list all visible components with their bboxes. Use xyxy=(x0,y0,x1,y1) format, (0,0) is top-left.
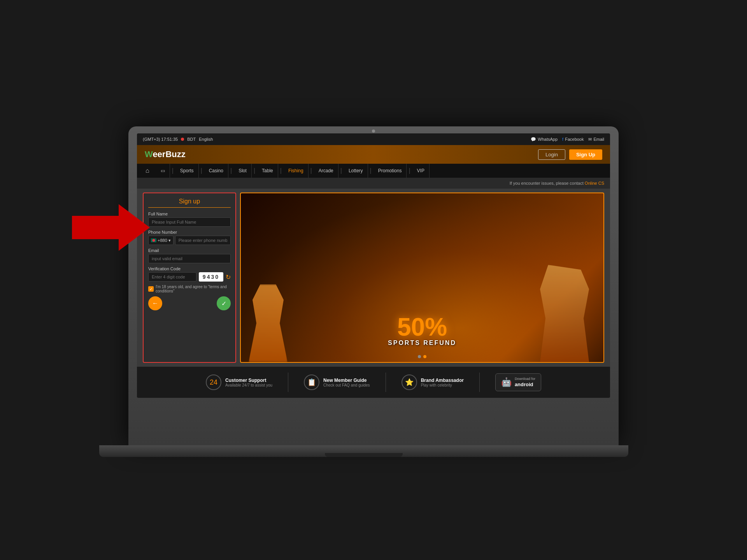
support-icon: 24 xyxy=(206,374,221,390)
facebook-link[interactable]: f Facebook xyxy=(562,137,584,142)
notice-text: If you encounter issues, please contact xyxy=(510,181,584,186)
full-name-group: Full Name xyxy=(148,212,231,227)
email-label: Email xyxy=(148,248,231,253)
site-header: WeerBuzz Login Sign Up xyxy=(137,145,610,164)
nav-promotions[interactable]: Promotions xyxy=(374,164,407,178)
terms-checkbox[interactable]: ✓ xyxy=(148,286,154,292)
browser-currency: BDT xyxy=(187,137,196,142)
back-button[interactable]: ← xyxy=(148,296,162,310)
footer-sep-1 xyxy=(288,373,288,392)
nav-home[interactable]: ⌂ xyxy=(141,164,154,178)
header-auth-buttons: Login Sign Up xyxy=(538,149,602,160)
guide-title: New Member Guide xyxy=(323,378,370,383)
browser-top-bar: (GMT+3) 17:51:35 BDT English 💬 WhatsApp … xyxy=(137,133,610,145)
signup-button[interactable]: Sign Up xyxy=(569,149,602,160)
nav-lottery[interactable]: Lottery xyxy=(344,164,368,178)
support-title: Customer Support xyxy=(225,378,272,383)
phone-code: +880 xyxy=(158,238,167,243)
next-button[interactable]: ✓ xyxy=(217,296,231,310)
email-input[interactable] xyxy=(148,254,231,263)
captcha-display: 9430 xyxy=(199,272,223,282)
footer-ambassador-text: Brand Ambassador Play with celebrity xyxy=(421,378,464,387)
phone-group: Phone Number +880 ▾ xyxy=(148,230,231,245)
laptop-base xyxy=(99,445,628,457)
notice-bar: If you encounter issues, please contact … xyxy=(137,178,610,189)
nav-vip[interactable]: VIP xyxy=(412,164,430,178)
live-indicator xyxy=(181,138,184,141)
guide-desc: Check out FAQ and guides xyxy=(323,383,370,387)
verification-group: Verification Code 9430 ↻ xyxy=(148,266,231,282)
laptop-screen-bezel: (GMT+3) 17:51:35 BDT English 💬 WhatsApp … xyxy=(128,126,619,445)
nav-screen[interactable]: ▭ xyxy=(156,164,170,178)
phone-input[interactable] xyxy=(175,236,231,245)
browser-language: English xyxy=(199,137,213,142)
footer-guide: 📋 New Member Guide Check out FAQ and gui… xyxy=(304,374,370,390)
logo-name: eerBuzz xyxy=(153,149,185,159)
ambassador-desc: Play with celebrity xyxy=(421,383,464,387)
notice-link[interactable]: Online CS xyxy=(585,181,604,186)
bd-flag xyxy=(151,238,156,242)
banner-subtitle: SPORTS REFUND xyxy=(388,340,456,346)
chevron-down-icon: ▾ xyxy=(168,238,171,243)
whatsapp-link[interactable]: 💬 WhatsApp xyxy=(531,137,558,142)
full-name-label: Full Name xyxy=(148,212,231,216)
download-large: android xyxy=(515,382,533,387)
form-buttons: ← ✓ xyxy=(148,296,231,310)
email-icon: ✉ xyxy=(588,137,592,142)
terms-row: ✓ I'm 18 years old, and agree to "terms … xyxy=(148,285,231,293)
site-footer: 24 Customer Support Available 24/7 to as… xyxy=(137,367,610,398)
footer-sep-2 xyxy=(386,373,386,392)
nav-sports[interactable]: Sports xyxy=(175,164,199,178)
signup-form: Sign up Full Name Phone Number +880 ▾ xyxy=(143,192,236,363)
banner-dots xyxy=(418,355,426,358)
verification-row: 9430 ↻ xyxy=(148,272,231,282)
footer-support: 24 Customer Support Available 24/7 to as… xyxy=(206,374,272,390)
support-desc: Available 24/7 to assist you xyxy=(225,383,272,387)
signup-title: Sign up xyxy=(148,198,231,208)
android-download-button[interactable]: 🤖 Download for android xyxy=(495,373,541,391)
phone-label: Phone Number xyxy=(148,230,231,234)
nav-table[interactable]: Table xyxy=(257,164,278,178)
email-group: Email xyxy=(148,248,231,263)
whatsapp-icon: 💬 xyxy=(531,137,536,142)
verification-input[interactable] xyxy=(148,272,196,282)
refresh-captcha-button[interactable]: ↻ xyxy=(226,273,231,281)
ambassador-icon: ⭐ xyxy=(402,374,417,390)
dot-1[interactable] xyxy=(418,355,421,358)
player-silhouette-right xyxy=(537,265,592,362)
logo-w: W xyxy=(145,149,153,159)
facebook-icon: f xyxy=(562,137,563,142)
download-small: Download for xyxy=(515,377,535,381)
main-content: Sign up Full Name Phone Number +880 ▾ xyxy=(137,189,610,367)
laptop-screen: (GMT+3) 17:51:35 BDT English 💬 WhatsApp … xyxy=(137,133,610,398)
footer-sep-3 xyxy=(479,373,480,392)
download-text: Download for android xyxy=(515,377,535,388)
footer-guide-text: New Member Guide Check out FAQ and guide… xyxy=(323,378,370,387)
verification-label: Verification Code xyxy=(148,266,231,271)
banner-percent: 50% xyxy=(388,315,456,340)
footer-ambassador: ⭐ Brand Ambassador Play with celebrity xyxy=(402,374,464,390)
arrow-indicator xyxy=(72,204,150,252)
svg-marker-0 xyxy=(72,204,150,251)
email-link[interactable]: ✉ Email xyxy=(588,137,604,142)
android-icon: 🤖 xyxy=(501,377,512,387)
phone-row: +880 ▾ xyxy=(148,236,231,245)
full-name-input[interactable] xyxy=(148,217,231,227)
main-navigation: ⌂ ▭ | Sports | Casino | Slot | Table | F… xyxy=(137,164,610,178)
nav-arcade[interactable]: Arcade xyxy=(314,164,338,178)
footer-support-text: Customer Support Available 24/7 to assis… xyxy=(225,378,272,387)
dot-2[interactable] xyxy=(423,355,426,358)
terms-text: I'm 18 years old, and agree to "terms an… xyxy=(156,285,231,293)
browser-time: (GMT+3) 17:51:35 xyxy=(143,137,178,142)
nav-casino[interactable]: Casino xyxy=(204,164,228,178)
country-code-select[interactable]: +880 ▾ xyxy=(148,236,174,245)
banner-text: 50% SPORTS REFUND xyxy=(388,315,456,346)
laptop-camera xyxy=(372,130,375,133)
guide-icon: 📋 xyxy=(304,374,319,390)
nav-slot[interactable]: Slot xyxy=(234,164,252,178)
promo-banner: 50% SPORTS REFUND xyxy=(240,192,604,363)
login-button[interactable]: Login xyxy=(538,149,565,160)
nav-fishing[interactable]: Fishing xyxy=(284,164,309,178)
site-logo: WeerBuzz xyxy=(145,149,186,159)
ambassador-title: Brand Ambassador xyxy=(421,378,464,383)
